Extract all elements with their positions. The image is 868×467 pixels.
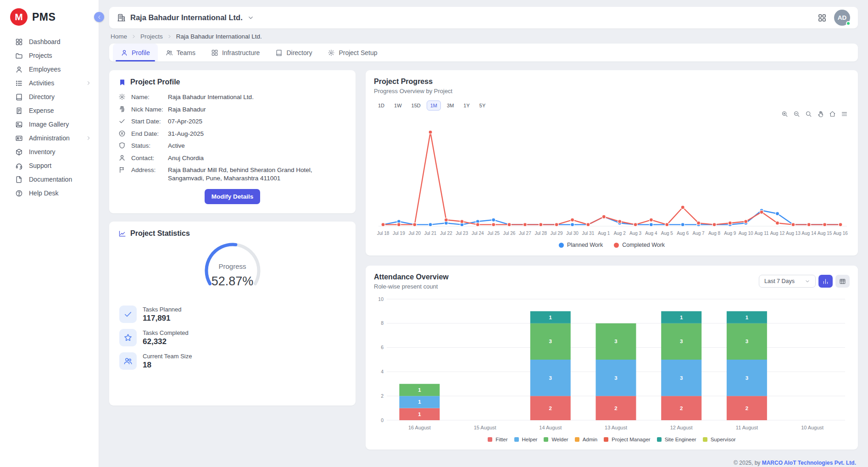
legend-item-site-engineer[interactable]: Site Engineer [657,437,696,442]
tab-project-setup[interactable]: Project Setup [320,44,385,61]
gauge-label: Progress [184,262,281,270]
company-selector[interactable]: Raja Bahadur International Ltd. [117,13,254,22]
modify-details-button[interactable]: Modify Details [205,189,261,204]
range-5y-button[interactable]: 5Y [476,100,489,111]
progress-gauge: Progress 52.87% [184,242,281,301]
breadcrumb-item[interactable]: Projects [140,33,163,40]
table-icon [839,278,846,285]
svg-text:3: 3 [549,339,552,344]
main-content: Raja Bahadur International Ltd. AD HomeP… [99,0,868,467]
shield-icon [118,142,126,149]
sidebar-item-label: Documentation [29,176,72,183]
range-1w-button[interactable]: 1W [390,100,406,111]
selection-zoom-icon[interactable] [805,111,812,117]
svg-text:8: 8 [381,320,384,326]
users-icon [166,49,173,56]
sidebar-item-activities[interactable]: Activities [0,76,99,90]
legend-item-fitter[interactable]: Fitter [488,437,507,442]
project-profile-card: Project Profile Name:Raja Bahadur Intern… [109,70,356,213]
sidebar-item-expense[interactable]: Expense [0,104,99,117]
breadcrumb-item[interactable]: Home [111,33,127,40]
sidebar-item-label: Dashboard [29,38,61,45]
bar-view-button[interactable] [818,275,833,288]
chevron-right-icon [86,80,91,86]
legend-item-admin[interactable]: Admin [575,437,598,442]
sidebar-item-employees[interactable]: Employees [0,62,99,76]
app-logo[interactable]: M PMS [0,0,99,32]
flag-icon [118,166,126,173]
sidebar-item-image-gallery[interactable]: Image Gallery [0,117,99,131]
sidebar-collapse-button[interactable] [94,12,104,22]
attendance-card-title: Attendance Overview [374,273,449,281]
home-icon[interactable] [829,111,836,117]
progress-line-chart[interactable]: Jul 18Jul 19Jul 20Jul 21Jul 22Jul 23Jul … [374,114,850,241]
progress-card-title: Project Progress [374,78,850,86]
svg-text:Aug 7: Aug 7 [693,231,705,236]
tab-directory[interactable]: Directory [267,44,320,61]
range-selector: 1D1W15D1M3M1Y5Y [374,100,850,111]
user-avatar[interactable]: AD [834,10,850,26]
apps-grid-icon[interactable] [818,13,827,22]
user-icon [118,154,126,161]
svg-text:Aug 3: Aug 3 [629,231,642,236]
range-3m-button[interactable]: 3M [443,100,457,111]
zoom-out-icon[interactable] [793,111,800,117]
range-1y-button[interactable]: 1Y [460,100,473,111]
chevron-right-icon [86,135,91,141]
tab-teams[interactable]: Teams [158,44,203,61]
field-value: Raja Bahadur [168,106,346,114]
range-15d-button[interactable]: 15D [408,100,424,111]
sidebar-item-administration[interactable]: Administration [0,131,99,145]
svg-text:Aug 4: Aug 4 [645,231,657,236]
svg-text:1: 1 [549,315,552,320]
legend-item-planned-work[interactable]: Planned Work [559,242,603,248]
svg-text:Aug 12: Aug 12 [770,231,785,236]
breadcrumb: HomeProjectsRaja Bahadur International L… [109,28,858,44]
sidebar-item-inventory[interactable]: Inventory [0,145,99,159]
progress-card-subtitle: Progress Overview by Project [374,88,850,95]
tab-profile[interactable]: Profile [113,44,158,61]
svg-text:Jul 25: Jul 25 [487,231,500,236]
menu-icon[interactable] [841,111,848,117]
legend-marker [514,437,519,442]
svg-text:Jul 31: Jul 31 [582,231,595,236]
sidebar-item-directory[interactable]: Directory [0,90,99,104]
sidebar-item-support[interactable]: Support [0,159,99,172]
sidebar-item-label: Expense [29,107,54,114]
pan-icon[interactable] [817,111,824,117]
sidebar-item-documentation[interactable]: Documentation [0,172,99,186]
breadcrumb-item[interactable]: Raja Bahadur International Ltd. [176,33,262,40]
range-1d-button[interactable]: 1D [374,100,388,111]
date-range-select[interactable]: Last 7 Days [759,275,816,288]
tab-label: Infrastructure [222,49,260,56]
table-view-button[interactable] [835,275,850,288]
attendance-bar-chart[interactable]: 024681011116 August15 August233114 Augus… [374,295,850,435]
legend-item-project-manager[interactable]: Project Manager [604,437,650,442]
svg-text:1: 1 [418,411,421,417]
legend-item-helper[interactable]: Helper [514,437,538,442]
x-circle-icon [118,130,126,137]
star-icon [119,329,137,346]
svg-text:12 August: 12 August [670,425,693,430]
svg-text:6: 6 [381,345,384,350]
sidebar-item-dashboard[interactable]: Dashboard [0,35,99,49]
range-1m-button[interactable]: 1M [427,100,441,111]
stat-value: 18 [143,361,192,370]
copyright-text: © 2025, by [734,460,762,466]
zoom-in-icon[interactable] [781,111,788,117]
sidebar-item-label: Inventory [29,148,56,156]
svg-text:Jul 23: Jul 23 [456,231,468,236]
tab-infrastructure[interactable]: Infrastructure [203,44,267,61]
svg-text:1: 1 [418,387,421,393]
attendance-controls: Last 7 Days [759,275,850,288]
legend-item-completed-work[interactable]: Completed Work [614,242,665,248]
svg-text:Jul 21: Jul 21 [424,231,437,236]
sidebar-item-projects[interactable]: Projects [0,49,99,62]
footer-link[interactable]: MARCO AIoT Technologies Pvt. Ltd. [762,460,856,466]
sidebar-item-help-desk[interactable]: Help Desk [0,186,99,200]
legend-item-welder[interactable]: Welder [544,437,568,442]
svg-text:16 August: 16 August [408,425,431,430]
profile-card-title: Project Profile [130,78,180,86]
legend-item-supervisor[interactable]: Supervisor [703,437,736,442]
field-value: 07-Apr-2025 [168,117,346,126]
